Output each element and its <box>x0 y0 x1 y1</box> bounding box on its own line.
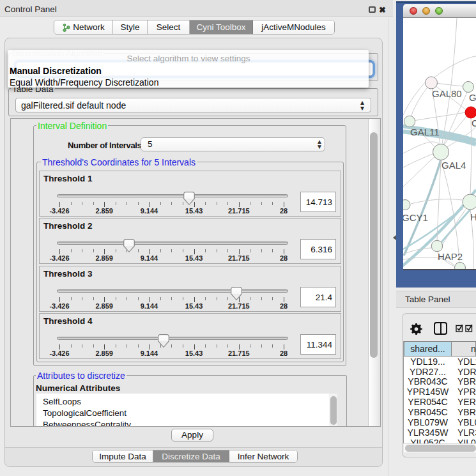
svg-text:GAL80: GAL80 <box>432 88 462 99</box>
svg-text:GCY1: GCY1 <box>403 212 428 223</box>
svg-text:GA: GA <box>469 92 476 103</box>
svg-text:C: C <box>472 118 476 128</box>
svg-text:GAL11: GAL11 <box>410 127 440 137</box>
svg-text:H: H <box>470 211 476 222</box>
svg-text:HAP2: HAP2 <box>438 251 463 262</box>
svg-text:GAL4: GAL4 <box>441 160 466 171</box>
